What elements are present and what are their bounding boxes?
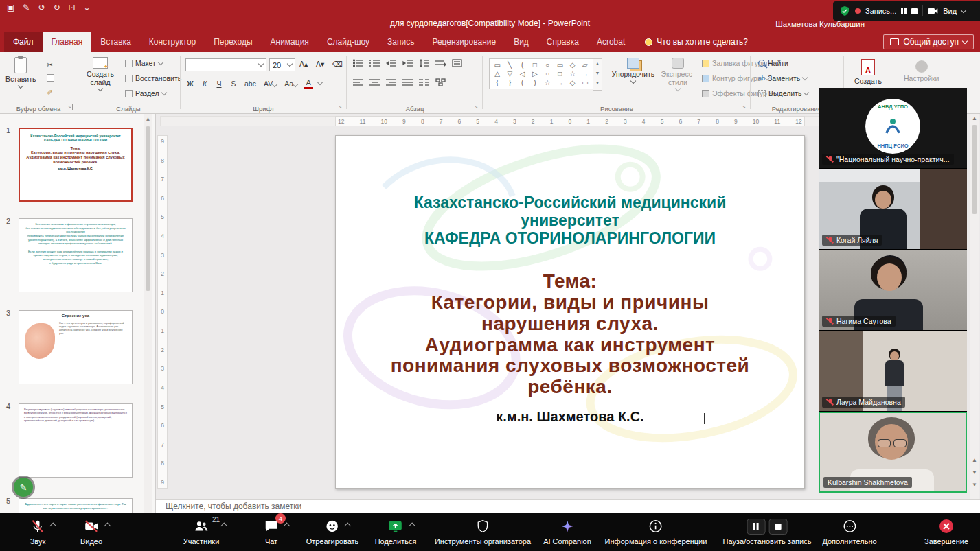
slide-theme-label[interactable]: Тема: xyxy=(336,270,804,292)
smartart-convert-icon[interactable] xyxy=(435,78,446,86)
text-direction-icon[interactable] xyxy=(435,59,446,67)
horizontal-ruler[interactable]: 1211109876543210123456789101112 xyxy=(335,116,805,126)
qat-customize-icon[interactable]: ⌄ xyxy=(84,3,91,12)
justify-icon[interactable] xyxy=(402,78,413,86)
numbering-icon[interactable] xyxy=(369,59,380,67)
character-spacing-button[interactable]: AV xyxy=(262,79,278,89)
acrobat-create-button[interactable]: Создать xyxy=(854,59,882,86)
paste-button[interactable]: Вставить xyxy=(5,57,36,88)
underline-button[interactable]: Ч xyxy=(214,79,224,89)
align-left-icon[interactable] xyxy=(353,78,363,86)
tab-help[interactable]: Справка xyxy=(538,32,588,52)
chevron-up-icon[interactable] xyxy=(409,523,416,530)
chevron-up-icon[interactable] xyxy=(104,523,111,530)
editor-scrollbar[interactable]: ▲ ▲ ▼ ▼ xyxy=(970,114,979,499)
align-text-icon[interactable] xyxy=(452,59,462,67)
react-button[interactable]: Отреагировать xyxy=(306,518,359,546)
participants-button[interactable]: 21 Участники xyxy=(183,518,220,546)
end-meeting-button[interactable]: Завершение xyxy=(924,518,968,546)
find-button[interactable]: Найти xyxy=(758,59,788,67)
share-screen-button[interactable]: Поделиться xyxy=(375,518,417,546)
pen-icon[interactable]: ✎ xyxy=(23,3,30,12)
grow-font-button[interactable]: А▴ xyxy=(299,60,308,68)
tab-record[interactable]: Запись xyxy=(378,32,423,52)
slide-canvas[interactable]: Казахстанско-Российский медицинский унив… xyxy=(335,135,805,489)
chevron-up-icon[interactable] xyxy=(284,523,290,530)
decrease-indent-icon[interactable] xyxy=(386,59,396,67)
participant-tile[interactable]: Лаура Майдановна xyxy=(819,331,967,412)
increase-indent-icon[interactable] xyxy=(402,59,413,67)
redo-icon[interactable]: ↻ xyxy=(53,3,60,12)
more-button[interactable]: Дополнительно xyxy=(822,518,876,546)
slide-thumbnail-1[interactable]: Казахстанско-Российский медицинский унив… xyxy=(19,128,133,202)
replace-button[interactable]: ab Заменить xyxy=(758,74,807,82)
tab-view[interactable]: Вид xyxy=(505,32,538,52)
section-button[interactable]: Раздел xyxy=(125,89,166,97)
strikethrough-button[interactable]: abc xyxy=(243,79,258,89)
slide-thumbnail-5[interactable]: Аудиология – это наука о звуке, самая ра… xyxy=(19,498,133,513)
settings-button[interactable]: Настройки xyxy=(904,60,939,83)
scrollbar-thumb[interactable] xyxy=(146,126,150,291)
tab-home[interactable]: Главная xyxy=(43,32,92,52)
quick-styles-button[interactable]: Экспресс-стили xyxy=(657,58,699,91)
undo-icon[interactable]: ↺ xyxy=(38,3,45,12)
security-shield-icon[interactable] xyxy=(839,5,850,16)
pause-recording-icon[interactable] xyxy=(901,8,907,14)
share-button[interactable]: Общий доступ xyxy=(883,34,974,49)
font-dialog-launcher[interactable]: ↘ xyxy=(337,104,343,110)
font-size-combo[interactable]: 20 xyxy=(269,58,295,71)
gallery-more-icon[interactable]: ▼ xyxy=(593,78,602,88)
clear-formatting-button[interactable]: ⌫ xyxy=(332,60,343,68)
scroll-down-icon[interactable]: ▼ xyxy=(970,482,979,488)
chevron-up-icon[interactable] xyxy=(221,523,228,530)
columns-icon[interactable] xyxy=(419,78,429,86)
drawing-dialog-launcher[interactable]: ↘ xyxy=(741,104,747,110)
text-shadow-button[interactable]: S xyxy=(229,79,238,89)
previous-slide-icon[interactable]: ▲ xyxy=(970,457,979,463)
meeting-info-button[interactable]: Информация о конференции xyxy=(605,518,707,546)
slide-thumbnail-4[interactable]: Рецепторы звуковые (слуховые) и вестибул… xyxy=(19,403,133,478)
tab-review[interactable]: Рецензирование xyxy=(423,32,505,52)
copy-button[interactable] xyxy=(47,74,54,82)
pause-stop-recording-buttons[interactable]: Пауза/остановить запись xyxy=(723,518,812,546)
account-user-name[interactable]: Шахметова Кульбаршин xyxy=(775,20,865,28)
save-icon[interactable]: ▣ xyxy=(7,3,14,12)
select-button[interactable]: Выделить xyxy=(758,89,808,97)
video-button[interactable]: Видео xyxy=(80,518,102,546)
chevron-up-icon[interactable] xyxy=(345,523,352,530)
annotation-pencil-button[interactable]: ✎ xyxy=(14,478,33,497)
participant-tile-org[interactable]: АНБД УГПО ННПЦ РСИО "Национальный научно… xyxy=(819,88,967,169)
clipboard-dialog-launcher[interactable]: ↘ xyxy=(67,104,73,110)
scroll-up-icon[interactable]: ▲ xyxy=(970,115,979,121)
format-painter-button[interactable]: ✐ xyxy=(47,88,53,96)
shapes-scroll[interactable]: ▲▼▼ xyxy=(593,58,602,91)
change-case-button[interactable]: Аа xyxy=(283,79,299,89)
notes-pane[interactable]: Щелкните, чтобы добавить заметки xyxy=(156,499,980,513)
slide-thumbnail-2[interactable]: Без знания анатомии и физиологии слухово… xyxy=(19,218,133,292)
slide-author[interactable]: к.м.н. Шахметова К.С. xyxy=(336,409,804,425)
reset-button[interactable]: Восстановить xyxy=(125,74,181,82)
participant-tile[interactable]: Когай Ляйля xyxy=(819,169,967,250)
tab-insert[interactable]: Вставка xyxy=(91,32,140,52)
scroll-down-icon[interactable]: ▼ xyxy=(593,69,602,78)
scroll-up-icon[interactable]: ▲ xyxy=(144,116,152,122)
shrink-font-button[interactable]: А▾ xyxy=(316,60,324,68)
tab-slideshow[interactable]: Слайд-шоу xyxy=(318,32,378,52)
arrange-button[interactable]: Упорядочить xyxy=(610,58,657,83)
paragraph-dialog-launcher[interactable]: ↘ xyxy=(473,104,479,110)
thumbnail-scrollbar[interactable]: ▲ xyxy=(144,114,152,513)
start-slideshow-icon[interactable]: ⊡ xyxy=(69,3,76,12)
tell-me-box[interactable]: Что вы хотите сделать? xyxy=(634,37,748,52)
italic-button[interactable]: К xyxy=(200,79,209,89)
audio-button[interactable]: Звук xyxy=(30,518,46,546)
align-right-icon[interactable] xyxy=(386,78,396,86)
font-color-button[interactable]: А xyxy=(304,78,313,89)
font-color-menu[interactable] xyxy=(317,80,323,85)
tab-file[interactable]: Файл xyxy=(4,32,43,52)
stop-recording-icon[interactable] xyxy=(911,8,918,14)
line-spacing-icon[interactable] xyxy=(419,59,429,67)
participant-tile-active-speaker[interactable]: Kulbarshin Shakhmetova xyxy=(819,412,967,493)
pause-recording-button[interactable] xyxy=(747,519,766,535)
new-slide-button[interactable]: Создать слайд xyxy=(81,57,119,91)
font-name-combo[interactable] xyxy=(185,58,266,71)
